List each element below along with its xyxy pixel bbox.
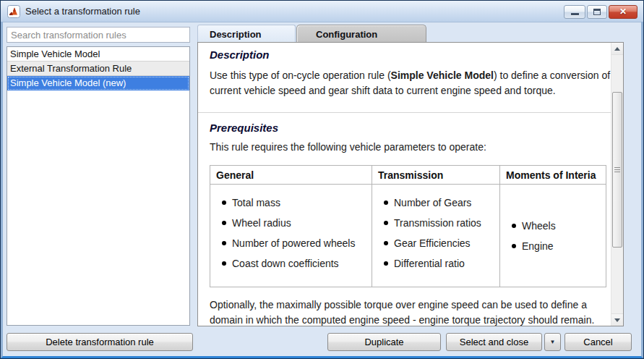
rule-name-bold: Simple Vehicle Model <box>391 69 494 81</box>
bullet-icon <box>384 221 388 225</box>
bullet-icon <box>222 261 226 266</box>
prerequisites-intro: This rule requires the following vehicle… <box>210 141 611 153</box>
table-header-general: General <box>210 166 372 185</box>
description-heading: Description <box>210 48 611 61</box>
title-bar[interactable]: Select a transformation rule ✕ <box>1 1 643 22</box>
prerequisites-heading: Prerequisites <box>210 122 611 134</box>
list-item: Wheel radius <box>222 217 367 229</box>
list-item: Wheels <box>512 220 601 232</box>
bullet-icon <box>222 241 226 245</box>
matlab-icon <box>7 5 20 18</box>
prerequisites-table: General Transmission Moments of Interia … <box>210 165 606 287</box>
window-title: Select a transformation rule <box>25 6 140 17</box>
list-item: Total mass <box>222 197 367 208</box>
arrow-up-icon <box>614 47 620 51</box>
duplicate-button[interactable]: Duplicate <box>327 333 441 351</box>
select-options-dropdown-button[interactable]: ▼ <box>544 333 561 351</box>
list-item: Coast down coefficients <box>222 258 367 269</box>
transmission-cell: Number of Gears Transmission ratios Gear… <box>372 185 500 287</box>
bullet-icon <box>384 241 388 245</box>
transformation-rule-list: Simple Vehicle Model External Transforma… <box>7 46 190 326</box>
description-content: Description Use this type of on-cycle op… <box>198 43 611 326</box>
maximize-button[interactable] <box>587 5 607 19</box>
table-header-transmission: Transmission <box>372 166 500 185</box>
cancel-button[interactable]: Cancel <box>564 333 632 351</box>
bullet-icon <box>512 224 516 228</box>
bullet-icon <box>512 244 516 248</box>
arrow-down-icon <box>614 318 620 322</box>
bullet-icon <box>384 261 388 266</box>
close-icon: ✕ <box>619 6 627 18</box>
list-item: Number of powered wheels <box>222 237 367 249</box>
table-header-moments: Moments of Interia <box>500 166 606 185</box>
description-panel: Description Use this type of on-cycle op… <box>197 42 624 326</box>
section-divider <box>198 112 611 113</box>
close-button[interactable]: ✕ <box>609 5 637 19</box>
select-and-close-button[interactable]: Select and close <box>446 333 542 351</box>
window-controls: ✕ <box>564 5 637 19</box>
scroll-down-button[interactable] <box>611 313 623 326</box>
scroll-up-button[interactable] <box>611 43 623 55</box>
bullet-icon <box>222 221 226 225</box>
scrollbar-thumb[interactable] <box>612 92 622 248</box>
list-item: Number of Gears <box>384 197 495 208</box>
minimize-icon <box>571 13 579 15</box>
dialog-window: Select a transformation rule ✕ Simple Ve… <box>0 0 644 359</box>
vertical-scrollbar[interactable] <box>611 43 623 326</box>
bullet-icon <box>222 200 226 205</box>
moments-cell: Wheels Engine <box>500 185 606 287</box>
thumb-grip-icon <box>614 167 620 173</box>
maximize-icon <box>593 9 601 15</box>
list-item: Transmission ratios <box>384 217 495 229</box>
table-row: Total mass Wheel radius Number of powere… <box>210 185 606 287</box>
tab-configuration[interactable]: Configuration <box>296 25 426 43</box>
rule-list-item[interactable]: External Transformation Rule <box>7 62 189 76</box>
delete-transformation-rule-button[interactable]: Delete transformation rule <box>7 333 193 351</box>
general-cell: Total mass Wheel radius Number of powere… <box>210 185 372 287</box>
rule-list-item[interactable]: Simple Vehicle Model <box>7 47 189 62</box>
bullet-icon <box>384 200 388 205</box>
description-paragraph: Use this type of on-cycle operation rule… <box>210 68 611 98</box>
list-item: Differential ratio <box>384 258 495 269</box>
list-item: Engine <box>512 240 601 252</box>
search-input[interactable] <box>7 27 190 43</box>
list-item: Gear Efficiencies <box>384 237 495 249</box>
minimize-button[interactable] <box>564 5 585 19</box>
tab-description[interactable]: Description <box>197 25 296 43</box>
rule-list-item-selected[interactable]: Simple Vehicle Model (new) <box>7 76 189 90</box>
optional-note: Optionally, the maximally possible torqu… <box>210 297 611 326</box>
